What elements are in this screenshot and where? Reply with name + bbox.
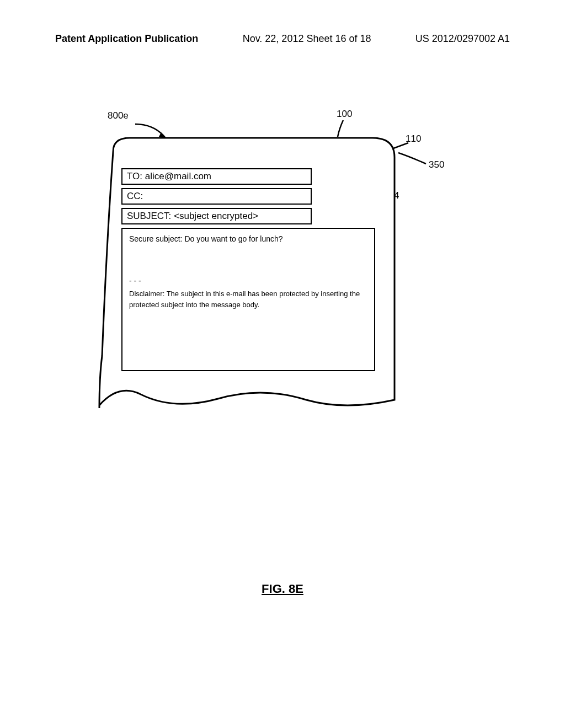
to-label: TO: (127, 171, 142, 181)
disclaimer-text: Disclaimer: The subject in this e-mail h… (129, 288, 367, 310)
callout-100: 100 (337, 109, 352, 120)
subject-label: SUBJECT: (127, 211, 171, 221)
header-date-sheet: Nov. 22, 2012 Sheet 16 of 18 (243, 33, 371, 45)
figure-caption: FIG. 8E (0, 582, 565, 596)
to-field: TO: alice@mail.com (121, 168, 312, 185)
page-header: Patent Application Publication Nov. 22, … (0, 33, 565, 45)
cc-label: CC: (127, 191, 143, 201)
header-publication-type: Patent Application Publication (55, 33, 198, 45)
message-body: Secure subject: Do you want to go for lu… (121, 228, 375, 371)
separator-dashes: - - - (129, 276, 367, 285)
callout-800e: 800e (108, 110, 129, 121)
header-publication-number: US 2012/0297002 A1 (415, 33, 510, 45)
subject-field: SUBJECT: <subject encrypted> (121, 208, 312, 224)
cc-field: CC: (121, 188, 312, 205)
subject-value: <subject encrypted> (174, 211, 258, 221)
to-value: alice@mail.com (145, 171, 211, 181)
callout-350: 350 (429, 159, 444, 170)
email-compose-area: TO: alice@mail.com CC: SUBJECT: <subject… (121, 168, 386, 371)
device-frame: TO: alice@mail.com CC: SUBJECT: <subject… (97, 135, 406, 427)
secure-subject-line: Secure subject: Do you want to go for lu… (129, 234, 367, 243)
figure-area: 800e 100 110 350 810 820 352 } 830e 354 (91, 119, 433, 438)
